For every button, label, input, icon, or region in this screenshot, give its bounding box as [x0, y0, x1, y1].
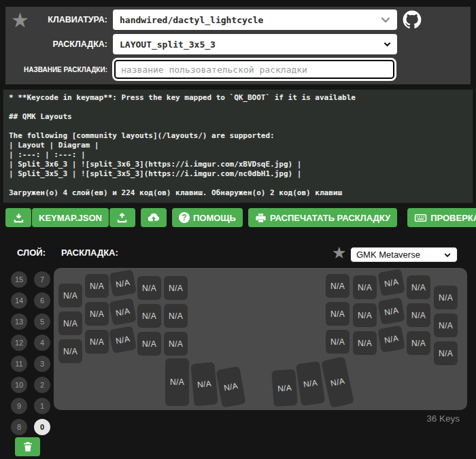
key-2[interactable]: N/A	[109, 269, 137, 297]
help-label: ПОМОЩЬ	[193, 213, 236, 223]
layer-button-12[interactable]: 12	[11, 335, 27, 351]
key-21[interactable]: N/A	[85, 330, 109, 354]
chevron-down-icon	[383, 40, 392, 49]
layout-select-value: LAYOUT_split_3x5_3	[120, 39, 216, 50]
key-15[interactable]: N/A	[326, 302, 350, 326]
import-cloud-button[interactable]	[141, 208, 167, 227]
key-24[interactable]: N/A	[164, 332, 188, 356]
keyboard-select[interactable]: handwired/dactyl_lightcycle	[113, 10, 397, 30]
download-keymap-button[interactable]	[5, 208, 31, 227]
key-16[interactable]: N/A	[353, 303, 377, 327]
key-1[interactable]: N/A	[85, 274, 109, 298]
key-10[interactable]: N/A	[58, 311, 82, 335]
layout-label: РАСКЛАДКА:	[5, 34, 107, 54]
key-20[interactable]: N/A	[58, 339, 82, 363]
keymap-name-label: НАЗВАНИЕ РАСКЛАДКИ:	[5, 60, 107, 80]
key-26[interactable]: N/A	[353, 331, 377, 355]
key-3[interactable]: N/A	[137, 276, 161, 300]
help-button[interactable]: ? ПОМОЩЬ	[172, 208, 243, 227]
layer-button-4[interactable]: 4	[34, 335, 50, 351]
key-35[interactable]: N/A	[321, 356, 354, 408]
layer-button-13[interactable]: 13	[11, 313, 27, 330]
key-22[interactable]: N/A	[109, 326, 137, 354]
keyboard-test-label: ПРОВЕРКА КЛАВИАТУРЫ	[430, 213, 476, 223]
layer-button-14[interactable]: 14	[11, 292, 27, 309]
layer-button-8[interactable]: 8	[11, 419, 27, 435]
qmk-configurator: ★ КЛАВИАТУРА: handwired/dactyl_lightcycl…	[0, 0, 476, 459]
upload-icon	[116, 212, 128, 224]
keyboard-panel: N/AN/AN/AN/AN/AN/AN/AN/AN/AN/AN/AN/AN/AN…	[54, 268, 467, 410]
key-0[interactable]: N/A	[58, 284, 82, 307]
info-textarea[interactable]: * **Keycode in keymap**: Press the key m…	[3, 89, 473, 203]
toolbar: KEYMAP.JSON ? ПОМОЩЬ РАСПЕЧАТАТЬ РАСКЛАД…	[5, 208, 476, 227]
workspace-layout-label: РАСКЛАДКА:	[61, 248, 118, 258]
layer-button-10[interactable]: 10	[11, 377, 27, 393]
key-23[interactable]: N/A	[137, 332, 161, 356]
keyboard-icon	[414, 211, 427, 224]
key-7[interactable]: N/A	[377, 269, 405, 296]
key-34[interactable]: N/A	[296, 361, 325, 406]
key-30[interactable]: N/A	[165, 358, 189, 406]
key-27[interactable]: N/A	[377, 325, 405, 353]
layer-button-2[interactable]: 2	[34, 377, 50, 393]
trash-icon	[22, 441, 34, 453]
download-icon	[13, 212, 24, 224]
key-5[interactable]: N/A	[326, 274, 350, 298]
key-32[interactable]: N/A	[216, 366, 245, 407]
keyboard-select-value: handwired/dactyl_lightcycle	[120, 15, 263, 25]
github-icon[interactable]	[403, 10, 422, 29]
layer-button-0[interactable]: 0	[34, 419, 50, 435]
key-6[interactable]: N/A	[353, 275, 377, 299]
key-29[interactable]: N/A	[434, 341, 458, 365]
key-9[interactable]: N/A	[434, 286, 458, 309]
key-17[interactable]: N/A	[377, 297, 405, 325]
help-icon: ?	[179, 212, 190, 223]
key-14[interactable]: N/A	[164, 304, 188, 328]
layer-button-3[interactable]: 3	[34, 356, 50, 372]
layout-select[interactable]: LAYOUT_split_3x5_3	[113, 34, 397, 54]
keyboard-test-button[interactable]: ПРОВЕРКА КЛАВИАТУРЫ	[407, 208, 476, 227]
key-12[interactable]: N/A	[109, 298, 137, 326]
keycap-set-select[interactable]: GMK Metaverse	[350, 247, 458, 262]
layer-button-6[interactable]: 6	[34, 292, 50, 309]
printer-icon	[255, 212, 267, 224]
chevron-down-icon	[443, 251, 452, 259]
key-4[interactable]: N/A	[164, 276, 188, 300]
key-18[interactable]: N/A	[407, 303, 430, 327]
key-28[interactable]: N/A	[407, 331, 430, 355]
key-11[interactable]: N/A	[85, 302, 109, 326]
key-13[interactable]: N/A	[137, 304, 161, 328]
key-19[interactable]: N/A	[434, 313, 458, 337]
layer-button-11[interactable]: 11	[11, 356, 27, 372]
keymap-json-button[interactable]: KEYMAP.JSON	[32, 208, 109, 227]
clear-layer-button[interactable]	[15, 437, 40, 456]
header-panel: ★ КЛАВИАТУРА: handwired/dactyl_lightcycl…	[5, 7, 471, 84]
layer-label: СЛОЙ:	[17, 248, 46, 258]
cloud-upload-icon	[147, 211, 160, 224]
keymap-name-input[interactable]	[114, 60, 394, 79]
key-count: 36 Keys	[394, 413, 460, 424]
layer-button-9[interactable]: 9	[11, 398, 27, 414]
print-label: РАСПЕЧАТАТЬ РАСКЛАДКУ	[270, 213, 390, 223]
chevron-down-icon	[379, 14, 392, 26]
upload-keymap-button[interactable]	[109, 208, 135, 227]
layer-selector: 1514131211109876543210	[11, 271, 50, 435]
layer-button-1[interactable]: 1	[34, 398, 50, 414]
keymap-json-label: KEYMAP.JSON	[39, 213, 102, 223]
keycap-set-value: GMK Metaverse	[356, 250, 420, 260]
print-keymap-button[interactable]: РАСПЕЧАТАТЬ РАСКЛАДКУ	[248, 208, 397, 227]
key-33[interactable]: N/A	[271, 369, 298, 407]
key-8[interactable]: N/A	[407, 275, 430, 299]
layer-button-15[interactable]: 15	[11, 271, 27, 288]
favorite-keycaps-star-icon[interactable]: ★	[332, 243, 347, 262]
keyboard-label: КЛАВИАТУРА:	[5, 10, 107, 30]
key-31[interactable]: N/A	[190, 362, 218, 407]
layer-button-5[interactable]: 5	[34, 313, 50, 330]
key-25[interactable]: N/A	[326, 330, 350, 354]
layer-button-7[interactable]: 7	[34, 271, 50, 288]
